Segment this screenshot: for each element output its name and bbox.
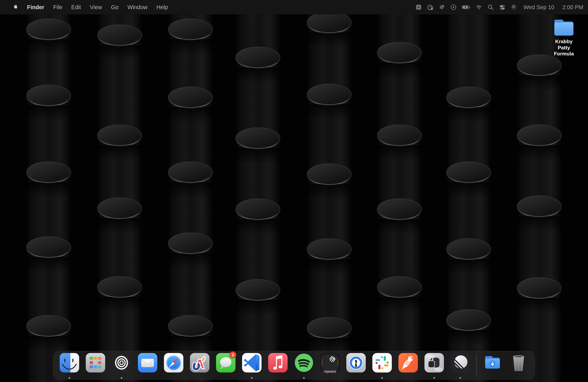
finder-icon: [60, 351, 79, 373]
menu-window[interactable]: Window: [123, 4, 152, 11]
dock-item-mail[interactable]: [135, 351, 161, 380]
wallpaper-cylinder-cap: [517, 125, 562, 146]
wallpaper-pillar: [377, 0, 422, 382]
dock-item-apple-music[interactable]: [265, 351, 291, 380]
1password-icon: [346, 351, 366, 373]
siri-orb-icon[interactable]: [511, 4, 517, 10]
desktop-folder-label: Krabby Patty Formula: [549, 39, 579, 57]
wallpaper-pillar: [26, 0, 71, 382]
downloads-folder-icon: [483, 351, 502, 373]
postman-icon: [399, 351, 418, 373]
running-indicator: [460, 377, 461, 379]
dock-divider: [476, 354, 477, 376]
concentric-circles-app-icon: [112, 351, 131, 373]
wallpaper-cylinder-cap: [446, 86, 491, 108]
dock-item-linear[interactable]: [447, 351, 473, 380]
keyboard-brightness-icon[interactable]: [416, 4, 422, 10]
wallpaper-cylinder-cap: [235, 198, 280, 220]
control-center-icon[interactable]: [499, 4, 505, 10]
screen-lock-icon[interactable]: [427, 4, 434, 11]
apple-logo-icon: [13, 4, 18, 11]
wallpaper-cylinder-cap: [235, 279, 280, 300]
wallpaper-cylinder-cap: [307, 238, 352, 260]
menu-bar-status-area: Wed Sep 10 2:00 PM: [416, 4, 588, 11]
dock-item-postman[interactable]: [395, 351, 421, 380]
wallpaper-pillar: [168, 0, 213, 382]
dock-item-messages[interactable]: 2: [213, 351, 239, 380]
menu-help[interactable]: Help: [152, 4, 173, 11]
striped-flag-icon[interactable]: [439, 4, 445, 10]
now-playing-icon[interactable]: [450, 4, 457, 10]
dock-item-slack[interactable]: [369, 351, 395, 380]
wallpaper-cylinder-cap: [307, 12, 352, 33]
dock-item-vscode[interactable]: [239, 351, 265, 380]
wallpaper-cylinder-cap: [168, 86, 213, 108]
menu-file[interactable]: File: [49, 4, 67, 11]
arc-browser-icon: A: [190, 351, 210, 373]
wallpaper-cylinder-cap: [307, 163, 352, 185]
wallpaper-cylinder-cap: [235, 127, 280, 149]
menu-bar-date[interactable]: Wed Sep 10: [524, 4, 554, 11]
notification-badge: 2: [230, 351, 236, 358]
apple-music-icon: [268, 351, 288, 373]
wifi-icon[interactable]: [476, 4, 482, 10]
trash-empty-icon: [509, 351, 528, 373]
dock-item-1password[interactable]: [343, 351, 369, 380]
wallpaper-cylinder-cap: [168, 19, 213, 40]
dock-item-arc-browser[interactable]: A: [187, 351, 213, 380]
wallpaper-cylinder-cap: [377, 42, 422, 63]
menu-bar: Finder File Edit View Go Window Help: [0, 0, 588, 14]
wallpaper-cylinder-cap: [168, 161, 213, 183]
vscode-icon: [242, 351, 262, 373]
wallpaper-cylinder-cap: [97, 276, 142, 297]
folder-icon: [549, 18, 579, 37]
running-indicator: [251, 377, 252, 379]
menu-finder[interactable]: Finder: [22, 4, 49, 11]
menu-view[interactable]: View: [85, 4, 106, 11]
spotify-icon: [294, 351, 314, 373]
dock-item-dia[interactable]: [421, 351, 447, 380]
wallpaper-cylinder-cap: [517, 195, 562, 217]
running-indicator: [121, 377, 122, 379]
wallpaper-pillar: [307, 0, 352, 382]
dock-item-safari[interactable]: [161, 351, 187, 380]
dock-item-raycast[interactable]: raycast: [317, 351, 343, 380]
wallpaper-cylinder-cap: [26, 161, 71, 183]
menu-bar-left: Finder File Edit View Go Window Help: [0, 4, 172, 11]
wallpaper-cylinder-cap: [97, 197, 142, 219]
wallpaper-cylinder-cap: [377, 125, 422, 146]
dock-item-spotify[interactable]: [291, 351, 317, 380]
launchpad-icon: [86, 351, 105, 373]
desktop-folder-krabby-patty-formula[interactable]: Krabby Patty Formula: [549, 18, 579, 57]
menu-edit[interactable]: Edit: [67, 4, 85, 11]
battery-charging-icon[interactable]: [462, 5, 470, 10]
running-indicator: [69, 377, 70, 379]
wallpaper-cylinder-cap: [307, 84, 352, 105]
wallpaper-cylinder-cap: [168, 233, 213, 254]
wallpaper-cylinder-cap: [97, 125, 142, 146]
wallpaper-cylinder-cap: [377, 198, 422, 220]
dock-item-concentric-circles-app[interactable]: [108, 351, 135, 380]
wallpaper-cylinder-cap: [517, 277, 562, 298]
wallpaper-cylinder-cap: [168, 315, 213, 337]
running-indicator: [381, 377, 383, 379]
dia-icon: [424, 351, 444, 373]
wallpaper-cylinder-cap: [517, 54, 562, 76]
wallpaper-cylinder-cap: [26, 85, 71, 106]
wallpaper-cylinder-cap: [97, 24, 142, 46]
safari-icon: [164, 351, 183, 373]
dock-item-downloads-folder[interactable]: [480, 351, 505, 380]
spotlight-search-icon[interactable]: [487, 4, 494, 10]
menu-bar-clock[interactable]: 2:00 PM: [562, 4, 583, 11]
dock-item-trash[interactable]: [505, 351, 532, 380]
wallpaper-pillar: [97, 0, 142, 382]
wallpaper: [0, 0, 588, 382]
dock-item-finder[interactable]: [56, 351, 83, 380]
apple-menu[interactable]: [8, 4, 22, 11]
wallpaper-pillar: [446, 0, 491, 382]
linear-icon: [451, 351, 470, 373]
menu-go[interactable]: Go: [106, 4, 123, 11]
wallpaper-pillar: [235, 0, 280, 382]
dock-item-launchpad[interactable]: [83, 351, 108, 380]
wallpaper-cylinder-cap: [26, 315, 71, 337]
